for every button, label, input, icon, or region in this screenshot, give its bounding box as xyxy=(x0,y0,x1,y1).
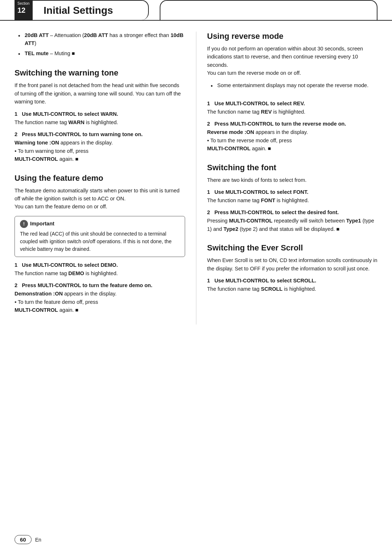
main-content: 20dB ATT – Attenuation (20dB ATT has a s… xyxy=(0,32,392,325)
heading-using-feature-demo: Using the feature demo xyxy=(15,174,185,183)
bullet-item-20db: 20dB ATT – Attenuation (20dB ATT has a s… xyxy=(18,32,185,48)
heading-switching-font: Switching the font xyxy=(207,163,378,172)
important-text: The red lead (ACC) of this unit should b… xyxy=(20,230,180,253)
left-column: 20dB ATT – Attenuation (20dB ATT has a s… xyxy=(15,32,196,325)
section-label: Section xyxy=(17,1,30,5)
reverse-mode-bullet-1: Some entertainment displays may not oper… xyxy=(211,82,378,90)
step-font-1-heading: 1 Use MULTI-CONTROL to select FONT. xyxy=(207,189,378,195)
step-rev-2-body: Reverse mode :ON appears in the display.… xyxy=(207,128,378,152)
step-font-2-heading: 2 Press MULTI-CONTROL to select the desi… xyxy=(207,209,378,215)
body-ever-scroll: When Ever Scroll is set to ON, CD text i… xyxy=(207,256,378,273)
step-font-1-body: The function name tag FONT is highlighte… xyxy=(207,196,378,204)
heading-using-reverse-mode: Using reverse mode xyxy=(207,32,378,41)
page-title: Initial Settings xyxy=(44,5,113,16)
step-font-2-body: Pressing MULTI-CONTROL repeatedly will s… xyxy=(207,217,378,233)
bullet-item-tel-mute: TEL mute – Muting ■ xyxy=(18,50,185,58)
heading-switching-warning-tone: Switching the warning tone xyxy=(15,68,185,78)
page-header: Section 12 Initial Settings xyxy=(0,0,392,21)
right-column: Using reverse mode If you do not perform… xyxy=(196,32,378,325)
step-rev-1-heading: 1 Use MULTI-CONTROL to select REV. xyxy=(207,101,378,106)
header-title-box: Initial Settings xyxy=(33,0,149,20)
header-right-box xyxy=(160,0,377,20)
section-number: 12 xyxy=(17,6,30,15)
section-switching-warning-tone: Switching the warning tone If the front … xyxy=(15,68,185,163)
reverse-mode-bullets: Some entertainment displays may not oper… xyxy=(207,82,378,90)
step-warn-1-body: The function name tag WARN is highlighte… xyxy=(15,118,185,126)
body-reverse-mode: If you do not perform an operation withi… xyxy=(207,45,378,77)
step-demo-2-heading: 2 Press MULTI-CONTROL to turn the featur… xyxy=(15,282,185,288)
footer-language: En xyxy=(35,537,41,543)
body-feature-demo: The feature demo automatically starts wh… xyxy=(15,187,185,211)
section-using-feature-demo: Using the feature demo The feature demo … xyxy=(15,174,185,314)
intro-bullet-list: 20dB ATT – Attenuation (20dB ATT has a s… xyxy=(15,32,185,57)
important-label: Important xyxy=(30,220,54,228)
body-switching-warning-tone: If the front panel is not detached from … xyxy=(15,81,185,106)
step-demo-1-heading: 1 Use MULTI-CONTROL to select DEMO. xyxy=(15,262,185,268)
step-scroll-1-heading: 1 Use MULTI-CONTROL to select SCROLL. xyxy=(207,278,378,283)
heading-switching-ever-scroll: Switching the Ever Scroll xyxy=(207,243,378,253)
important-header: ! Important xyxy=(20,220,180,228)
section-switching-font: Switching the font There are two kinds o… xyxy=(207,163,378,233)
step-demo-2-body: Demonstration :ON appears in the display… xyxy=(15,290,185,314)
step-rev-2-heading: 2 Press MULTI-CONTROL to turn the revers… xyxy=(207,121,378,127)
page-footer: 60 En xyxy=(15,535,41,544)
important-box: ! Important The red lead (ACC) of this u… xyxy=(15,216,185,257)
section-using-reverse-mode: Using reverse mode If you do not perform… xyxy=(207,32,378,153)
page-number: 60 xyxy=(15,535,32,544)
important-icon: ! xyxy=(20,220,28,228)
step-demo-1-body: The function name tag DEMO is highlighte… xyxy=(15,269,185,277)
step-rev-1-body: The function name tag REV is highlighted… xyxy=(207,108,378,116)
step-warn-1-heading: 1 Use MULTI-CONTROL to select WARN. xyxy=(15,111,185,117)
section-switching-ever-scroll: Switching the Ever Scroll When Ever Scro… xyxy=(207,243,378,293)
step-warn-2-heading: 2 Press MULTI-CONTROL to turn warning to… xyxy=(15,131,185,137)
body-switching-font: There are two kinds of fonts to select f… xyxy=(207,176,378,184)
step-warn-2-body: Warning tone :ON appears in the display.… xyxy=(15,139,185,163)
step-scroll-1-body: The function name tag SCROLL is highligh… xyxy=(207,285,378,293)
intro-bullets-block: 20dB ATT – Attenuation (20dB ATT has a s… xyxy=(15,32,185,57)
section-badge: Section 12 xyxy=(15,0,33,20)
